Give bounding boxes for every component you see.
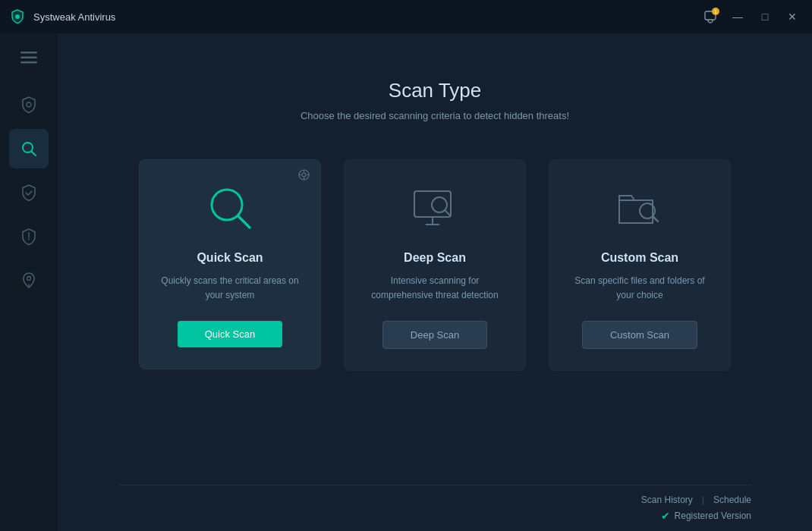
quick-scan-desc: Quickly scans the critical areas on your… (158, 274, 302, 303)
deep-scan-name: Deep Scan (404, 251, 466, 265)
page-header: Scan Type Choose the desired scanning cr… (301, 79, 569, 121)
quick-scan-card[interactable]: Quick Scan Quickly scans the critical ar… (139, 159, 321, 369)
sidebar-item-protection[interactable] (9, 85, 49, 124)
titlebar-left: Systweak Antivirus (9, 8, 115, 25)
footer-separator: | (702, 495, 704, 505)
custom-scan-card[interactable]: Custom Scan Scan specific files and fold… (549, 159, 731, 371)
scan-history-link[interactable]: Scan History (641, 495, 693, 505)
app-logo-icon (9, 8, 26, 25)
close-button[interactable]: ✕ (782, 9, 803, 24)
deep-scan-desc: Intensive scanning for comprehensive thr… (363, 274, 507, 303)
svg-rect-3 (20, 57, 37, 59)
scan-cards-container: Quick Scan Quickly scans the critical ar… (139, 159, 731, 371)
deep-scan-card[interactable]: Deep Scan Intensive scanning for compreh… (344, 159, 526, 371)
svg-point-5 (27, 102, 31, 107)
footer: Scan History | Schedule ✔ Registered Ver… (88, 485, 782, 531)
footer-status: ✔ Registered Version (118, 510, 751, 522)
custom-scan-button[interactable]: Custom Scan (582, 321, 697, 349)
sidebar-item-boost[interactable] (9, 261, 49, 300)
sidebar-item-scan[interactable] (9, 129, 49, 168)
svg-point-10 (27, 277, 31, 281)
registered-text: Registered Version (675, 511, 751, 521)
maximize-button[interactable]: □ (754, 9, 776, 24)
sidebar (0, 33, 58, 531)
main-layout: Scan Type Choose the desired scanning cr… (0, 33, 812, 531)
registered-check-icon: ✔ (661, 510, 670, 522)
svg-point-0 (15, 14, 20, 19)
notification-button[interactable]: 1 (700, 6, 721, 27)
deep-scan-button[interactable]: Deep Scan (382, 321, 487, 349)
page-subtitle: Choose the desired scanning criteria to … (301, 110, 569, 121)
minimize-button[interactable]: — (727, 9, 748, 24)
sidebar-item-guard[interactable] (9, 217, 49, 256)
page-title: Scan Type (301, 79, 569, 102)
custom-scan-name: Custom Scan (601, 251, 678, 265)
schedule-link[interactable]: Schedule (713, 495, 751, 505)
custom-scan-desc: Scan specific files and folders of your … (568, 274, 712, 303)
svg-line-26 (653, 216, 658, 222)
card-settings-icon[interactable] (298, 169, 310, 183)
custom-scan-icon (615, 183, 665, 236)
svg-point-13 (302, 173, 306, 177)
sidebar-item-check[interactable] (9, 173, 49, 212)
quick-scan-icon (207, 183, 253, 236)
footer-links: Scan History | Schedule (118, 495, 751, 505)
svg-rect-2 (20, 52, 37, 54)
deep-scan-icon (411, 183, 460, 236)
notification-badge: 1 (712, 8, 719, 15)
svg-point-9 (28, 239, 30, 240)
svg-rect-4 (20, 61, 37, 64)
footer-divider (118, 485, 751, 485)
content-area: Scan Type Choose the desired scanning cr… (58, 33, 812, 531)
svg-line-24 (445, 210, 450, 215)
titlebar-controls: 1 — □ ✕ (700, 6, 803, 27)
titlebar: Systweak Antivirus 1 — □ ✕ (0, 0, 812, 33)
svg-line-19 (238, 216, 250, 228)
app-title: Systweak Antivirus (33, 11, 115, 23)
sidebar-item-menu[interactable] (9, 41, 49, 74)
svg-line-7 (32, 152, 36, 156)
quick-scan-name: Quick Scan (197, 251, 263, 265)
quick-scan-button[interactable]: Quick Scan (178, 321, 282, 347)
